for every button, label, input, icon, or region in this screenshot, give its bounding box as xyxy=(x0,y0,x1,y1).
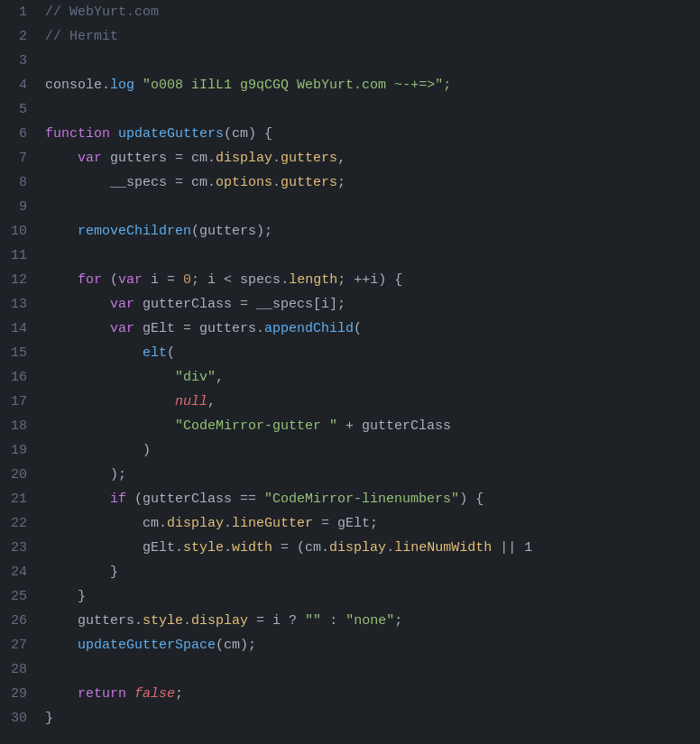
token: 0 xyxy=(183,272,191,288)
token: display xyxy=(329,540,386,556)
token: console xyxy=(45,78,102,93)
line-number: 14 xyxy=(11,317,27,341)
token: updateGutterSpace xyxy=(78,638,216,653)
line-number: 30 xyxy=(11,706,27,730)
line-number: 17 xyxy=(11,390,27,414)
token: removeChildren xyxy=(78,224,191,239)
line-number: 18 xyxy=(11,414,27,438)
token xyxy=(134,78,143,93)
code-line: } xyxy=(45,584,700,609)
code-line: var gElt = gutters.appendChild( xyxy=(45,317,700,341)
token: ( xyxy=(167,345,175,361)
token: "none" xyxy=(345,613,394,629)
token: null xyxy=(175,394,207,409)
line-number: 4 xyxy=(11,73,27,97)
line-number: 24 xyxy=(11,560,27,584)
code-line xyxy=(45,97,700,122)
line-number: 7 xyxy=(11,146,27,170)
token: : xyxy=(321,613,345,629)
code-line: elt( xyxy=(45,341,700,365)
code-editor: 1234567891011121314151617181920212223242… xyxy=(0,0,700,730)
line-number: 8 xyxy=(11,170,27,195)
line-number: 28 xyxy=(11,657,27,682)
token xyxy=(45,297,110,312)
line-number: 15 xyxy=(11,341,27,365)
token: "div" xyxy=(175,370,216,385)
token: gutters xyxy=(281,151,337,166)
token: . xyxy=(102,78,110,93)
token xyxy=(45,345,143,361)
token: style xyxy=(183,540,224,556)
token: elt xyxy=(143,345,167,361)
code-line: ) xyxy=(45,438,700,463)
code-line xyxy=(45,195,700,219)
code-line: var gutters = cm.display.gutters, xyxy=(45,146,700,170)
token: ; ++i) { xyxy=(337,272,402,288)
code-line: return false; xyxy=(45,682,700,706)
token: if xyxy=(110,491,126,507)
code-line: gElt.style.width = (cm.display.lineNumWi… xyxy=(45,536,700,560)
line-number: 2 xyxy=(11,24,27,49)
code-line: removeChildren(gutters); xyxy=(45,219,700,243)
code-line: ); xyxy=(45,463,700,487)
code-line: cm.display.lineGutter = gElt; xyxy=(45,511,700,536)
line-number: 5 xyxy=(11,97,27,122)
line-number: 22 xyxy=(11,511,27,536)
token: display xyxy=(216,151,272,166)
token: style xyxy=(143,613,183,629)
code-line: for (var i = 0; i < specs.length; ++i) { xyxy=(45,268,700,292)
token xyxy=(45,394,175,409)
token: gutters. xyxy=(45,613,143,629)
token: . xyxy=(224,540,232,556)
token: , xyxy=(337,151,345,166)
token: display xyxy=(167,516,224,531)
token: ( xyxy=(102,272,118,288)
token xyxy=(45,272,78,288)
line-number: 27 xyxy=(11,633,27,657)
token: . xyxy=(386,540,394,556)
token xyxy=(45,370,175,385)
token: = gElt; xyxy=(313,516,378,531)
token: "CodeMirror-gutter " xyxy=(175,418,337,434)
code-line: __specs = cm.options.gutters; xyxy=(45,170,700,195)
token xyxy=(45,686,78,702)
token xyxy=(45,224,78,239)
code-line: console.log "o008 iIlL1 g9qCGQ WebYurt.c… xyxy=(45,73,700,97)
token: gElt. xyxy=(45,540,183,556)
token: = (cm. xyxy=(272,540,329,556)
token: display xyxy=(191,613,248,629)
token xyxy=(45,321,110,336)
code-line: } xyxy=(45,560,700,584)
line-number: 25 xyxy=(11,584,27,609)
token: , xyxy=(207,394,216,409)
line-number: 26 xyxy=(11,609,27,633)
token xyxy=(45,418,175,434)
line-number: 20 xyxy=(11,463,27,487)
token: // WebYurt.com xyxy=(45,5,159,20)
token xyxy=(45,151,78,166)
token: for xyxy=(78,272,102,288)
line-number: 1 xyxy=(11,0,27,24)
line-number: 23 xyxy=(11,536,27,560)
token xyxy=(45,491,110,507)
line-number: 10 xyxy=(11,219,27,243)
token: log xyxy=(110,78,134,93)
token: gutters = cm. xyxy=(102,151,216,166)
token: width xyxy=(232,540,272,556)
line-number: 12 xyxy=(11,268,27,292)
token: gutterClass = __specs[i]; xyxy=(134,297,345,312)
token: ); xyxy=(45,467,126,482)
token: ) xyxy=(45,443,151,458)
code-line: // WebYurt.com xyxy=(45,0,700,24)
token: } xyxy=(45,589,86,604)
token: ; xyxy=(337,175,345,190)
token: (gutters); xyxy=(191,224,272,239)
token: // Hermit xyxy=(45,29,118,44)
code-line: gutters.style.display = i ? "" : "none"; xyxy=(45,609,700,633)
token: i = xyxy=(143,272,183,288)
code-line xyxy=(45,657,700,682)
code-line: function updateGutters(cm) { xyxy=(45,122,700,146)
code-line: null, xyxy=(45,390,700,414)
code-line: } xyxy=(45,706,700,730)
code-line: updateGutterSpace(cm); xyxy=(45,633,700,657)
